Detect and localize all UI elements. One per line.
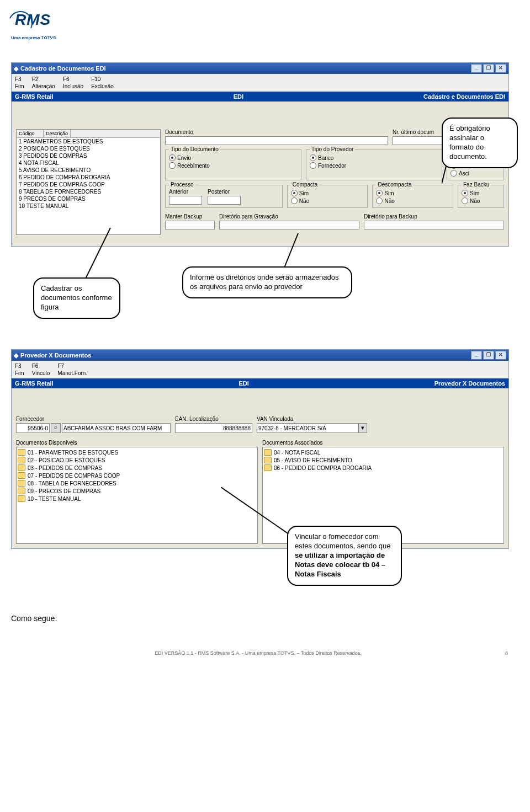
manter-backup-input[interactable] (165, 221, 215, 229)
list-item[interactable]: 1 PARAMETROS DE ESTOQUES (17, 138, 160, 145)
menu-f6[interactable]: F6 (32, 363, 57, 369)
label-van: VAN Vinculada (257, 416, 367, 422)
maximize-button[interactable]: ❐ (483, 64, 494, 73)
radio-envio[interactable] (169, 154, 176, 161)
titlebar-1: ◆ Cadastro de Documentos EDI _ ❐ ✕ (12, 63, 508, 74)
menu-manut-forn[interactable]: Manut.Forn. (57, 370, 94, 376)
titlebar-2: ◆ Provedor X Documentos _ ❐ ✕ (12, 350, 508, 361)
menu-f3[interactable]: F3 (15, 363, 31, 369)
menu-f3[interactable]: F3 (15, 76, 31, 82)
folder-icon (264, 464, 272, 471)
body-text: Como segue: (11, 614, 519, 623)
tree-item[interactable]: 08 - TABELA DE FORNECEDORES (18, 479, 256, 487)
list-item[interactable]: 7 PEDIDOS DE COMPRAS COOP (17, 181, 160, 188)
label-manter-backup: Manter Backup (165, 213, 215, 220)
menu-fim[interactable]: Fim (15, 370, 31, 376)
close-button[interactable]: ✕ (495, 351, 506, 360)
documents-listbox[interactable]: Código Descrição 1 PARAMETROS DE ESTOQUE… (16, 129, 161, 235)
callout-cadastrar: Cadastrar os documentos conforme figura (33, 277, 120, 319)
folder-icon (18, 472, 25, 479)
menu-f10[interactable]: F10 (91, 76, 120, 82)
menu-f7[interactable]: F7 (57, 363, 94, 369)
label-docs-disp: Documentos Disponíveis (16, 440, 258, 446)
list-item[interactable]: 5 AVISO DE RECEBIMENTO (17, 167, 160, 174)
posterior-input[interactable] (208, 196, 241, 205)
close-button[interactable]: ✕ (495, 64, 506, 73)
callout-diretorios: Informe os diretórios onde serão armazen… (182, 266, 352, 298)
window-provedor: ◆ Provedor X Documentos _ ❐ ✕ F3 F6 F7 F… (11, 349, 509, 549)
list-item[interactable]: 10 TESTE MANUAL (17, 202, 160, 210)
folder-icon (18, 457, 25, 463)
dir-gravacao-input[interactable] (219, 221, 359, 229)
logo-subtitle: Uma empresa TOTVS (11, 35, 519, 40)
chevron-down-icon[interactable]: ▾ (358, 423, 367, 433)
label-dir-grav: Diretório para Gravação (219, 213, 359, 220)
radio-banco[interactable] (310, 154, 316, 161)
folder-icon (18, 480, 25, 487)
menu-vinculo[interactable]: Vinculo (32, 370, 57, 376)
gb-compacta: Compacta (291, 181, 320, 188)
van-select[interactable] (257, 423, 358, 433)
section-bar-2: G-RMS Retail EDI Provedor X Documentos (12, 378, 508, 388)
window-title-2: Provedor X Documentos (20, 352, 91, 359)
tree-item[interactable]: 02 - POSICAO DE ESTOQUES (18, 456, 256, 464)
radio-compacta-nao[interactable] (291, 197, 298, 204)
list-item[interactable]: 8 TABELA DE FORNECEDORES (17, 188, 160, 195)
radio-backup-sim[interactable] (462, 190, 468, 196)
fornecedor-codigo-input[interactable] (16, 423, 50, 433)
list-item[interactable]: 4 NOTA FISCAL (17, 159, 160, 167)
menu-f6[interactable]: F6 (63, 76, 90, 82)
dir-backup-input[interactable] (364, 221, 504, 229)
list-item[interactable]: 3 PEDIDOS DE COMPRAS (17, 152, 160, 159)
gb-faz-backup: Faz Backu (462, 181, 491, 188)
gb-processo: Processo (169, 181, 195, 188)
minimize-button[interactable]: _ (471, 64, 482, 73)
search-icon[interactable]: ⌕ (51, 423, 61, 433)
label-docs-assoc: Documentos Associados (262, 440, 504, 446)
tree-item[interactable]: 03 - PEDIDOS DE COMPRAS (18, 464, 256, 472)
tree-item[interactable]: 05 - AVISO DE RECEBIMENTO (264, 456, 502, 464)
label-fornecedor: Fornecedor (16, 416, 171, 422)
window-icon: ◆ (14, 65, 18, 72)
menu-exclusao[interactable]: Exclusão (91, 83, 120, 89)
tree-item[interactable]: 04 - NOTA FISCAL (264, 448, 502, 456)
gb-tipo-doc: Tipo do Documento (169, 146, 220, 152)
menu-alteracao[interactable]: Alteração (32, 83, 62, 89)
bluebar-right: Cadastro e Documentos EDI (423, 93, 505, 100)
radio-compacta-sim[interactable] (291, 190, 298, 196)
folder-icon (264, 449, 272, 456)
radio-backup-nao[interactable] (462, 197, 468, 204)
minimize-button[interactable]: _ (471, 351, 482, 360)
documento-input[interactable] (165, 136, 388, 145)
list-item[interactable]: 2 POSICAO DE ESTOQUES (17, 145, 160, 152)
tree-item[interactable]: 06 - PEDIDO DE COMPRA DROGARIA (264, 464, 502, 472)
callout-vincular: Vincular o fornecedor com estes document… (287, 526, 402, 585)
tree-item[interactable]: 09 - PRECOS DE COMPRAS (18, 487, 256, 495)
radio-asci[interactable] (451, 170, 457, 177)
tree-item[interactable]: 07 - PEDIDOS DE COMPRAS COOP (18, 472, 256, 479)
fornecedor-desc-input[interactable] (62, 423, 171, 433)
radio-fornecedor[interactable] (310, 162, 316, 169)
folder-icon (18, 495, 25, 502)
list-item[interactable]: 6 PEDIDO DE COMPRA DROGARIA (17, 174, 160, 181)
label-dir-backup: Diretório para Backup (364, 213, 504, 220)
col-codigo: Código (17, 130, 44, 137)
callout-obrigatorio: É obrigatório assinalar o formato do doc… (442, 117, 518, 168)
radio-desc-nao[interactable] (376, 197, 383, 204)
menu-fim[interactable]: Fim (15, 83, 31, 89)
anterior-input[interactable] (169, 196, 202, 205)
tree-item[interactable]: 01 - PARAMETROS DE ESTOQUES (18, 448, 256, 456)
label-documento: Documento (165, 129, 388, 135)
list-item[interactable]: 9 PRECOS DE COMPRAS (17, 195, 160, 202)
menu-inclusao[interactable]: Inclusão (63, 83, 90, 89)
docs-disponiveis-tree[interactable]: 01 - PARAMETROS DE ESTOQUES02 - POSICAO … (16, 447, 258, 544)
radio-recebimento[interactable] (169, 162, 176, 169)
bluebar-left: G-RMS Retail (15, 93, 54, 100)
tree-item[interactable]: 10 - TESTE MANUAL (18, 495, 256, 503)
menu-f2[interactable]: F2 (32, 76, 62, 82)
maximize-button[interactable]: ❐ (483, 351, 494, 360)
radio-desc-sim[interactable] (376, 190, 383, 196)
window-title-1: Cadastro de Documentos EDI (20, 65, 106, 72)
ean-input[interactable] (175, 423, 252, 433)
window-icon: ◆ (14, 352, 18, 359)
